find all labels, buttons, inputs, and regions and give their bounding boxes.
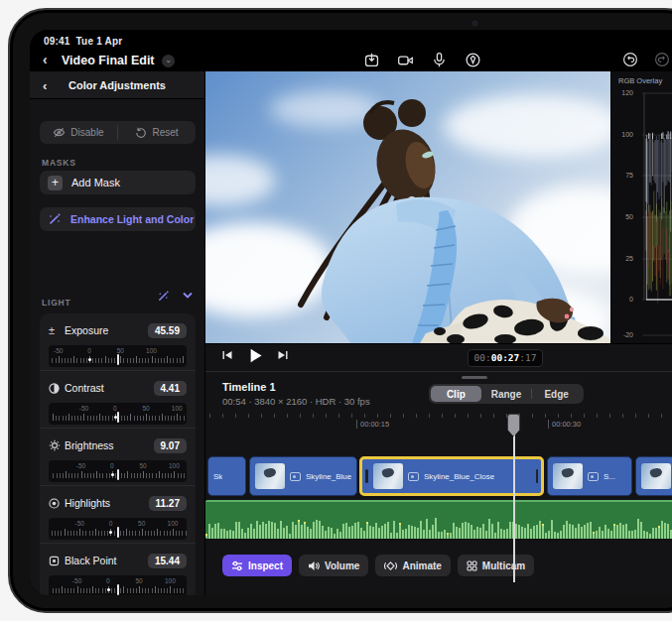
front-camera xyxy=(471,20,478,27)
reset-button[interactable]: Reset xyxy=(118,121,196,144)
plus-minus-icon: ± xyxy=(49,324,65,336)
chevron-down-icon[interactable] xyxy=(182,290,194,302)
timecode-display[interactable]: 00:00:27:17 xyxy=(468,349,543,367)
playhead-line xyxy=(513,414,515,582)
square-dot-icon xyxy=(49,556,65,566)
audio-waveform xyxy=(205,517,672,539)
slider-value[interactable]: 4.41 xyxy=(154,381,187,396)
clock-and-date: 09:41 Tue 1 Apr xyxy=(44,36,122,47)
skip-forward-icon[interactable] xyxy=(277,349,289,361)
scope-tick: 0 xyxy=(611,296,633,303)
timecode-hours: 00: xyxy=(474,352,491,363)
slider-value[interactable]: 11.27 xyxy=(149,496,187,511)
slider-value[interactable]: 15.44 xyxy=(148,554,187,568)
half-circle-icon xyxy=(49,383,65,394)
video-viewer[interactable] xyxy=(205,71,610,343)
clip-skyline-blue-wide[interactable]: Skyline_Blue_Wide xyxy=(249,456,357,496)
multicam-grid-icon xyxy=(467,560,477,571)
screenshot-stage: 09:41 Tue 1 Apr ‹ Video Final Edit ⌄ xyxy=(0,0,672,621)
enhance-light-color-button[interactable]: Enhance Light and Color xyxy=(40,207,196,231)
volume-button[interactable]: Volume xyxy=(299,555,368,576)
clip-partial-right[interactable] xyxy=(635,456,672,496)
undo-icon[interactable] xyxy=(622,52,638,67)
export-icon[interactable] xyxy=(363,52,380,68)
multicam-button[interactable]: Multicam xyxy=(458,555,534,576)
panel-title: Color Adjustments xyxy=(30,79,204,91)
brightness-ruler-slider[interactable]: -50050100 xyxy=(49,460,187,482)
date: Tue 1 Apr xyxy=(76,36,123,47)
mic-icon[interactable] xyxy=(431,52,448,68)
timeline-panel: Timeline 1 00:54 · 3840 × 2160 · HDR · 3… xyxy=(205,371,672,595)
ipad-screen: 09:41 Tue 1 Apr ‹ Video Final Edit ⌄ xyxy=(30,30,672,595)
app-toolbar: ‹ Video Final Edit ⌄ xyxy=(30,48,672,73)
slider-label: Contrast xyxy=(65,382,154,394)
play-icon[interactable] xyxy=(247,347,264,364)
timeline-toolbar: Inspect Volume Animate Multicam xyxy=(222,555,534,576)
panel-header: ‹ Color Adjustments xyxy=(30,71,204,99)
clip-label: S... xyxy=(604,472,615,481)
tab-edge[interactable]: Edge xyxy=(531,386,582,402)
animate-button[interactable]: Animate xyxy=(375,555,450,576)
light-section-header: LIGHT xyxy=(42,292,194,306)
clip-skyline-blue-close-selected[interactable]: Skyline_Blue_Close xyxy=(359,456,544,496)
rgb-overlay-scope: RGB Overlay 120 100 75 50 25 0 -20 xyxy=(610,71,672,343)
tab-clip[interactable]: Clip xyxy=(431,386,481,402)
slider-black-point: Black Point 15.44 -50050100 xyxy=(40,544,196,595)
add-mask-button[interactable]: + Add Mask xyxy=(40,171,196,194)
ipad-device-frame: 09:41 Tue 1 Apr ‹ Video Final Edit ⌄ xyxy=(8,8,672,613)
redo-icon[interactable] xyxy=(654,52,670,67)
camera-icon[interactable] xyxy=(397,52,414,68)
slider-value[interactable]: 9.07 xyxy=(154,438,187,453)
clip-label: Skyline_Blue_Close xyxy=(424,472,494,481)
scope-waveform xyxy=(638,71,672,343)
timecode-frames: :17 xyxy=(519,352,536,363)
transport-bar: 00:00:27:17 xyxy=(205,343,672,371)
auto-enhance-wand-icon[interactable] xyxy=(157,290,170,303)
clip-thumbnail xyxy=(255,463,285,489)
photo-icon xyxy=(588,472,599,481)
plus-icon: + xyxy=(48,176,63,190)
tab-range[interactable]: Range xyxy=(481,386,532,402)
clip-skyline-truncated[interactable]: S... xyxy=(547,456,632,496)
exposure-ruler-slider[interactable]: -50050100 xyxy=(49,345,187,367)
timecode-min-sec: 00:27 xyxy=(491,352,520,363)
black-point-ruler-slider[interactable]: -50050100 xyxy=(49,575,187,595)
contrast-ruler-slider[interactable]: -50050100 xyxy=(49,403,187,425)
slider-highlights: Highlights 11.27 -50050100 xyxy=(40,486,196,544)
skip-back-icon[interactable] xyxy=(221,349,233,361)
video-track: Sk Skyline_Blue_Wide Skyline_Blue_Close xyxy=(205,456,672,496)
clip-skyline-partial[interactable]: Sk xyxy=(207,456,246,496)
slider-value[interactable]: 45.59 xyxy=(148,323,187,338)
inspect-sliders-icon xyxy=(231,560,243,571)
magic-wand-icon xyxy=(48,212,62,226)
scope-tick: 50 xyxy=(611,213,633,220)
pencil-circle-icon[interactable] xyxy=(465,52,481,68)
tool-label: Animate xyxy=(402,560,441,571)
timeline-drag-handle[interactable] xyxy=(462,376,487,379)
video-frame-image xyxy=(205,71,610,343)
slider-brightness: Brightness 9.07 -50050100 xyxy=(40,429,196,486)
tool-label: Multicam xyxy=(482,560,525,571)
project-title[interactable]: Video Final Edit xyxy=(62,54,155,67)
sun-icon xyxy=(49,439,65,451)
inspect-button[interactable]: Inspect xyxy=(222,555,292,576)
tool-label: Volume xyxy=(325,560,359,571)
scope-tick: 100 xyxy=(611,131,633,138)
back-chevron-icon[interactable]: ‹ xyxy=(43,52,48,67)
color-adjustments-panel: ‹ Color Adjustments Disable Reset MASKS xyxy=(30,71,205,595)
light-sliders-card: ± Exposure 45.59 -50050100 Contrast 4.41… xyxy=(40,313,196,595)
highlights-ruler-slider[interactable]: -50050100 xyxy=(49,518,187,540)
audio-track[interactable] xyxy=(205,500,672,539)
timeline-ruler[interactable]: 00:00:15 00:00:30 xyxy=(205,414,672,435)
clock: 09:41 xyxy=(44,36,70,47)
disable-button[interactable]: Disable xyxy=(40,121,117,144)
masks-section-label: MASKS xyxy=(42,158,76,168)
ruler-timestamp: 00:00:30 xyxy=(548,420,581,429)
scope-tick: -20 xyxy=(611,331,633,338)
timeline-name: Timeline 1 xyxy=(222,381,276,393)
project-title-chevron-icon[interactable]: ⌄ xyxy=(162,55,175,67)
speaker-icon xyxy=(308,560,320,571)
reset-icon xyxy=(135,127,147,139)
slider-label: Exposure xyxy=(65,324,148,336)
clip-label: Sk xyxy=(213,472,222,481)
